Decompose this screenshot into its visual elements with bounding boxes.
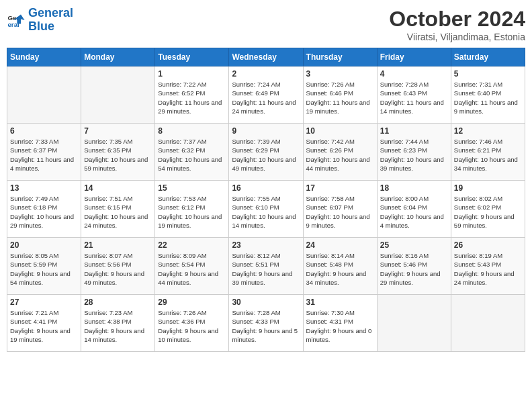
calendar-cell: 4Sunrise: 7:28 AM Sunset: 6:43 PM Daylig… <box>377 66 451 124</box>
day-number: 10 <box>306 126 374 136</box>
calendar-week-row: 1Sunrise: 7:22 AM Sunset: 6:52 PM Daylig… <box>7 66 525 124</box>
logo: Gen eral GeneralBlue <box>7 7 73 34</box>
calendar-week-row: 27Sunrise: 7:21 AM Sunset: 4:41 PM Dayli… <box>7 295 525 352</box>
calendar-cell: 30Sunrise: 7:28 AM Sunset: 4:33 PM Dayli… <box>229 295 303 352</box>
calendar-cell: 17Sunrise: 7:58 AM Sunset: 6:07 PM Dayli… <box>303 181 377 238</box>
day-header-monday: Monday <box>81 48 155 66</box>
day-info: Sunrise: 8:09 AM Sunset: 5:54 PM Dayligh… <box>158 251 226 287</box>
day-number: 15 <box>158 183 226 193</box>
day-number: 17 <box>306 183 374 193</box>
calendar-cell: 27Sunrise: 7:21 AM Sunset: 4:41 PM Dayli… <box>7 295 81 352</box>
calendar-cell <box>451 295 525 352</box>
day-number: 21 <box>84 240 152 250</box>
calendar-cell: 20Sunrise: 8:05 AM Sunset: 5:59 PM Dayli… <box>7 238 81 295</box>
day-number: 12 <box>454 126 522 136</box>
calendar-cell: 25Sunrise: 8:16 AM Sunset: 5:46 PM Dayli… <box>377 238 451 295</box>
day-info: Sunrise: 7:28 AM Sunset: 4:33 PM Dayligh… <box>232 308 300 344</box>
day-info: Sunrise: 8:07 AM Sunset: 5:56 PM Dayligh… <box>84 251 152 287</box>
day-info: Sunrise: 7:39 AM Sunset: 6:29 PM Dayligh… <box>232 137 300 173</box>
day-info: Sunrise: 7:31 AM Sunset: 6:40 PM Dayligh… <box>454 80 522 116</box>
day-info: Sunrise: 8:19 AM Sunset: 5:43 PM Dayligh… <box>454 251 522 287</box>
day-info: Sunrise: 7:26 AM Sunset: 6:46 PM Dayligh… <box>306 80 374 116</box>
calendar-cell: 3Sunrise: 7:26 AM Sunset: 6:46 PM Daylig… <box>303 66 377 124</box>
day-info: Sunrise: 7:23 AM Sunset: 4:38 PM Dayligh… <box>84 308 152 344</box>
calendar-cell: 16Sunrise: 7:55 AM Sunset: 6:10 PM Dayli… <box>229 181 303 238</box>
day-info: Sunrise: 7:51 AM Sunset: 6:15 PM Dayligh… <box>84 194 152 230</box>
calendar-cell: 24Sunrise: 8:14 AM Sunset: 5:48 PM Dayli… <box>303 238 377 295</box>
calendar-cell: 28Sunrise: 7:23 AM Sunset: 4:38 PM Dayli… <box>81 295 155 352</box>
day-info: Sunrise: 8:05 AM Sunset: 5:59 PM Dayligh… <box>10 251 78 287</box>
calendar-cell <box>81 66 155 124</box>
day-info: Sunrise: 7:49 AM Sunset: 6:18 PM Dayligh… <box>10 194 78 230</box>
day-number: 13 <box>10 183 78 193</box>
day-number: 6 <box>10 126 78 136</box>
day-number: 27 <box>10 298 78 307</box>
calendar-cell: 7Sunrise: 7:35 AM Sunset: 6:35 PM Daylig… <box>81 124 155 181</box>
day-info: Sunrise: 8:02 AM Sunset: 6:02 PM Dayligh… <box>454 194 522 230</box>
day-info: Sunrise: 7:26 AM Sunset: 4:36 PM Dayligh… <box>158 308 226 344</box>
day-number: 19 <box>454 183 522 193</box>
day-number: 7 <box>84 126 152 136</box>
day-header-saturday: Saturday <box>451 48 525 66</box>
day-number: 1 <box>158 69 226 79</box>
page-header: Gen eral GeneralBlue October 2024 Viirat… <box>7 7 525 42</box>
day-number: 31 <box>306 298 374 307</box>
day-number: 23 <box>232 240 300 250</box>
day-number: 11 <box>380 126 448 136</box>
day-info: Sunrise: 8:14 AM Sunset: 5:48 PM Dayligh… <box>306 251 374 287</box>
day-info: Sunrise: 7:55 AM Sunset: 6:10 PM Dayligh… <box>232 194 300 230</box>
calendar-cell: 8Sunrise: 7:37 AM Sunset: 6:32 PM Daylig… <box>155 124 229 181</box>
day-number: 4 <box>380 69 448 79</box>
day-number: 3 <box>306 69 374 79</box>
calendar-cell: 6Sunrise: 7:33 AM Sunset: 6:37 PM Daylig… <box>7 124 81 181</box>
calendar-cell: 29Sunrise: 7:26 AM Sunset: 4:36 PM Dayli… <box>155 295 229 352</box>
day-number: 30 <box>232 298 300 307</box>
day-header-friday: Friday <box>377 48 451 66</box>
day-number: 2 <box>232 69 300 79</box>
day-header-sunday: Sunday <box>7 48 81 66</box>
day-info: Sunrise: 7:42 AM Sunset: 6:26 PM Dayligh… <box>306 137 374 173</box>
logo-icon: Gen eral <box>7 11 26 30</box>
day-number: 26 <box>454 240 522 250</box>
month-title: October 2024 <box>389 7 525 32</box>
calendar-week-row: 13Sunrise: 7:49 AM Sunset: 6:18 PM Dayli… <box>7 181 525 238</box>
day-header-tuesday: Tuesday <box>155 48 229 66</box>
calendar-week-row: 6Sunrise: 7:33 AM Sunset: 6:37 PM Daylig… <box>7 124 525 181</box>
calendar-cell: 22Sunrise: 8:09 AM Sunset: 5:54 PM Dayli… <box>155 238 229 295</box>
logo-text: GeneralBlue <box>28 7 73 34</box>
calendar-cell: 19Sunrise: 8:02 AM Sunset: 6:02 PM Dayli… <box>451 181 525 238</box>
title-block: October 2024 Viiratsi, Viljandimaa, Esto… <box>389 7 525 42</box>
calendar-cell: 13Sunrise: 7:49 AM Sunset: 6:18 PM Dayli… <box>7 181 81 238</box>
location: Viiratsi, Viljandimaa, Estonia <box>389 32 525 42</box>
day-number: 8 <box>158 126 226 136</box>
calendar-cell: 15Sunrise: 7:53 AM Sunset: 6:12 PM Dayli… <box>155 181 229 238</box>
day-info: Sunrise: 7:46 AM Sunset: 6:21 PM Dayligh… <box>454 137 522 173</box>
day-number: 9 <box>232 126 300 136</box>
day-number: 14 <box>84 183 152 193</box>
day-number: 20 <box>10 240 78 250</box>
day-info: Sunrise: 7:44 AM Sunset: 6:23 PM Dayligh… <box>380 137 448 173</box>
day-info: Sunrise: 7:53 AM Sunset: 6:12 PM Dayligh… <box>158 194 226 230</box>
day-info: Sunrise: 8:16 AM Sunset: 5:46 PM Dayligh… <box>380 251 448 287</box>
day-header-wednesday: Wednesday <box>229 48 303 66</box>
day-number: 28 <box>84 298 152 307</box>
calendar-cell: 23Sunrise: 8:12 AM Sunset: 5:51 PM Dayli… <box>229 238 303 295</box>
calendar-cell: 31Sunrise: 7:30 AM Sunset: 4:31 PM Dayli… <box>303 295 377 352</box>
day-info: Sunrise: 7:58 AM Sunset: 6:07 PM Dayligh… <box>306 194 374 230</box>
day-number: 18 <box>380 183 448 193</box>
day-number: 25 <box>380 240 448 250</box>
calendar-cell <box>7 66 81 124</box>
calendar-cell: 9Sunrise: 7:39 AM Sunset: 6:29 PM Daylig… <box>229 124 303 181</box>
day-info: Sunrise: 7:22 AM Sunset: 6:52 PM Dayligh… <box>158 80 226 116</box>
day-info: Sunrise: 7:28 AM Sunset: 6:43 PM Dayligh… <box>380 80 448 116</box>
day-info: Sunrise: 7:21 AM Sunset: 4:41 PM Dayligh… <box>10 308 78 344</box>
calendar-cell: 5Sunrise: 7:31 AM Sunset: 6:40 PM Daylig… <box>451 66 525 124</box>
day-header-thursday: Thursday <box>303 48 377 66</box>
calendar-cell: 11Sunrise: 7:44 AM Sunset: 6:23 PM Dayli… <box>377 124 451 181</box>
day-number: 24 <box>306 240 374 250</box>
day-info: Sunrise: 7:24 AM Sunset: 6:49 PM Dayligh… <box>232 80 300 116</box>
day-info: Sunrise: 7:30 AM Sunset: 4:31 PM Dayligh… <box>306 308 374 344</box>
day-info: Sunrise: 7:33 AM Sunset: 6:37 PM Dayligh… <box>10 137 78 173</box>
day-number: 5 <box>454 69 522 79</box>
day-info: Sunrise: 8:00 AM Sunset: 6:04 PM Dayligh… <box>380 194 448 230</box>
